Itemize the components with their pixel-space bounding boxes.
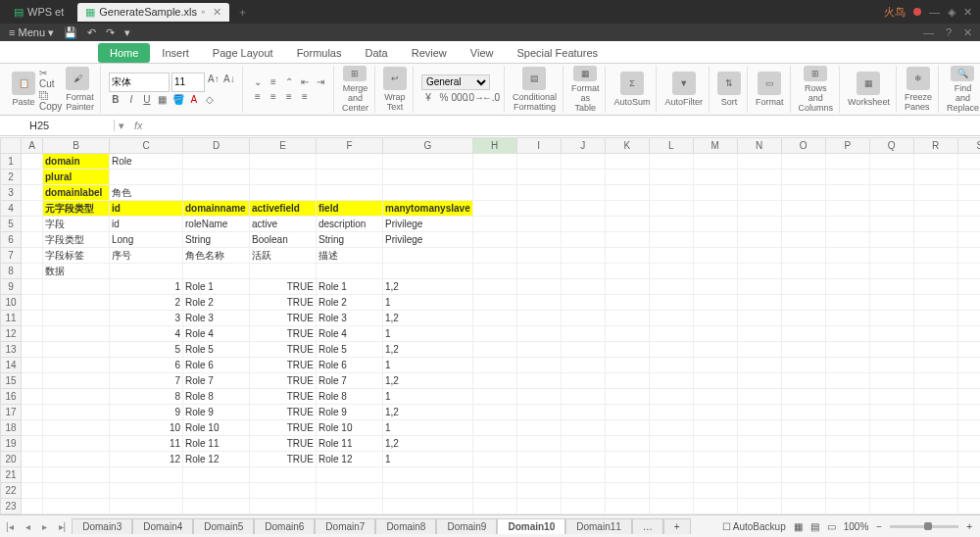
redo-icon[interactable]: ↷	[106, 26, 115, 39]
user-avatar-icon[interactable]	[913, 8, 921, 16]
group-align: ⌄≡⌃⇤⇥ ≡≡≡≡	[245, 66, 334, 113]
ribbon: 📋Paste ✂ Cut ⿻ Copy 🖌Format Painter A↑ A…	[0, 64, 980, 116]
font-size-input[interactable]	[172, 73, 205, 92]
align-right-icon[interactable]: ≡	[282, 90, 296, 104]
menubar: ≡ Menu ▾ 💾 ↶ ↷ ▾ — ? ✕	[0, 24, 980, 41]
undo-icon[interactable]: ↶	[87, 26, 96, 39]
group-freeze: ❄Freeze Panes	[899, 66, 939, 113]
freeze-icon[interactable]: ❄	[906, 67, 930, 90]
italic-icon[interactable]: I	[124, 93, 138, 107]
group-font: A↑ A↓ B I U ▦ 🪣 A ◇	[103, 66, 243, 113]
formula-input[interactable]	[149, 118, 980, 134]
group-rowscols: ⊞Rows and Columns	[793, 66, 841, 113]
format-icon[interactable]: ▭	[758, 72, 781, 95]
group-clipboard: 📋Paste ✂ Cut ⿻ Copy 🖌Format Painter	[6, 66, 101, 113]
fill-color-icon[interactable]: 🪣	[172, 93, 185, 107]
file-dirty-icon: ⸰	[201, 6, 205, 19]
ribbon-tabs: Home Insert Page Layout Formulas Data Re…	[0, 41, 980, 64]
clear-format-icon[interactable]: ◇	[203, 93, 217, 107]
align-top-icon[interactable]: ⌄	[251, 75, 265, 89]
tab-special[interactable]: Special Features	[505, 43, 610, 63]
namebox-dropdown-icon[interactable]: ▾	[115, 120, 128, 132]
autosum-icon[interactable]: Σ	[620, 72, 644, 95]
sort-icon[interactable]: ⇅	[717, 72, 741, 95]
file-tab[interactable]: ▦GenerateSample.xls⸰✕	[77, 3, 229, 22]
group-sort: ⇅Sort	[711, 66, 748, 113]
indent-inc-icon[interactable]: ⇥	[314, 75, 327, 89]
font-name-input[interactable]	[109, 73, 170, 92]
group-fmttable: ▦Format as Table	[565, 66, 607, 113]
worksheet-icon[interactable]: ▦	[857, 72, 880, 95]
group-find: 🔍Find and Replace	[941, 66, 980, 113]
currency-icon[interactable]: ¥	[421, 91, 435, 105]
close-tab-icon[interactable]: ✕	[213, 6, 221, 19]
format-painter-icon[interactable]: 🖌	[66, 67, 89, 90]
tab-pagelayout[interactable]: Page Layout	[201, 43, 285, 63]
group-number: General ¥%000.0→←.0	[416, 66, 505, 113]
ribbon-help-icon[interactable]: ?	[946, 26, 952, 39]
close-icon[interactable]: ✕	[963, 6, 972, 19]
tab-formulas[interactable]: Formulas	[285, 43, 354, 63]
copy-button[interactable]: ⿻ Copy	[39, 90, 62, 112]
group-merge: ⊞Merge and Center	[336, 66, 375, 113]
number-format-select[interactable]: General	[421, 74, 490, 90]
tab-insert[interactable]: Insert	[150, 43, 201, 63]
condfmt-icon[interactable]: ▤	[522, 67, 546, 90]
new-tab-button[interactable]: ＋	[229, 5, 256, 20]
align-center-icon[interactable]: ≡	[267, 90, 280, 104]
find-icon[interactable]: 🔍	[951, 66, 974, 81]
app-tab[interactable]: ▤WPS et	[6, 3, 72, 22]
minimize-icon[interactable]: —	[929, 6, 940, 18]
ribbon-close-icon[interactable]: ✕	[963, 26, 972, 39]
user-label[interactable]: 火鸟	[884, 5, 906, 20]
toggle-icon[interactable]: ◈	[948, 6, 956, 19]
underline-icon[interactable]: U	[140, 93, 154, 107]
tab-data[interactable]: Data	[353, 43, 399, 63]
bold-icon[interactable]: B	[109, 93, 122, 107]
group-autosum: ΣAutoSum	[608, 66, 657, 113]
align-mid-icon[interactable]: ≡	[267, 75, 280, 89]
percent-icon[interactable]: %	[437, 91, 451, 105]
qat-more-icon[interactable]: ▾	[124, 26, 130, 39]
name-box[interactable]: H25	[0, 120, 115, 131]
tab-view[interactable]: View	[459, 43, 506, 63]
rowscols-icon[interactable]: ⊞	[804, 66, 827, 81]
grow-font-icon[interactable]: A↑	[207, 73, 220, 86]
tab-home[interactable]: Home	[98, 43, 150, 63]
group-worksheet: ▦Worksheet	[842, 66, 897, 113]
align-bot-icon[interactable]: ⌃	[282, 75, 296, 89]
menu-button[interactable]: ≡ Menu ▾	[9, 26, 54, 39]
paste-icon[interactable]: 📋	[12, 72, 35, 95]
titlebar: ▤WPS et ▦GenerateSample.xls⸰✕ ＋ 火鸟 — ◈ ✕	[0, 0, 980, 24]
comma-icon[interactable]: 000	[453, 91, 466, 105]
font-color-icon[interactable]: A	[187, 93, 201, 107]
group-format: ▭Format	[750, 66, 791, 113]
merge-icon[interactable]: ⊞	[343, 66, 367, 81]
align-justify-icon[interactable]: ≡	[298, 90, 312, 104]
dec-inc-icon[interactable]: .0→	[468, 91, 482, 105]
tab-review[interactable]: Review	[400, 43, 459, 63]
border-icon[interactable]: ▦	[156, 93, 170, 107]
dec-dec-icon[interactable]: ←.0	[484, 91, 498, 105]
group-filter: ▼AutoFilter	[659, 66, 710, 113]
filter-icon[interactable]: ▼	[672, 72, 696, 95]
shrink-font-icon[interactable]: A↓	[222, 73, 236, 86]
fmttable-icon[interactable]: ▦	[573, 66, 597, 81]
group-condfmt: ▤Conditional Formatting	[507, 66, 564, 113]
cut-button[interactable]: ✂ Cut	[39, 68, 62, 89]
save-icon[interactable]: 💾	[64, 26, 77, 39]
ribbon-min-icon[interactable]: —	[923, 26, 934, 39]
wrap-text-icon[interactable]: ↩	[383, 67, 407, 90]
formula-bar: H25 ▾ fx	[0, 116, 980, 136]
indent-dec-icon[interactable]: ⇤	[298, 75, 312, 89]
fx-icon[interactable]: fx	[128, 120, 149, 131]
group-wrap: ↩Wrap Text	[377, 66, 414, 113]
align-left-icon[interactable]: ≡	[251, 90, 265, 104]
